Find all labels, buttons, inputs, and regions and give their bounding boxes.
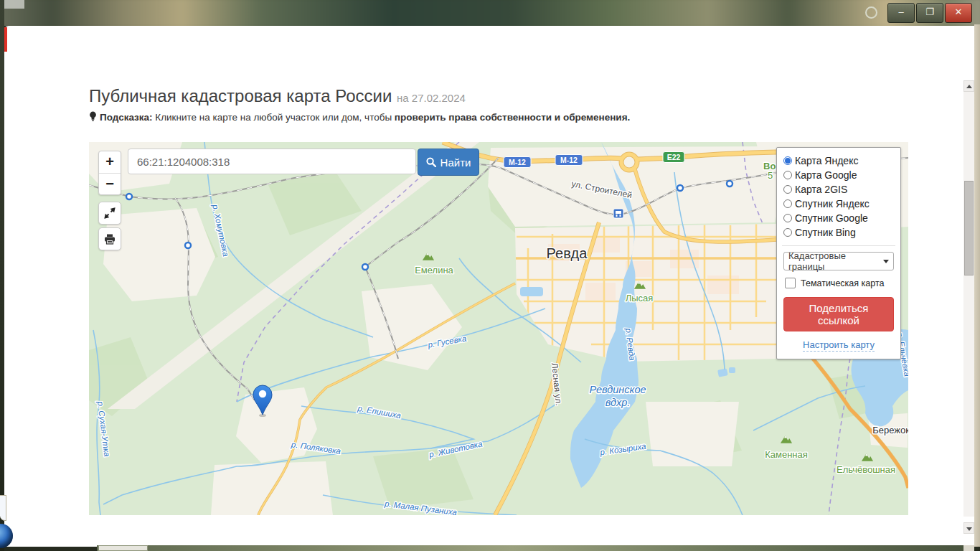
zoom-control: + −	[98, 151, 121, 195]
zoom-out-button[interactable]: −	[99, 174, 121, 195]
layer-radio-label: Карта Яндекс	[795, 155, 858, 166]
vertical-scroll-track[interactable]	[963, 92, 974, 517]
search-button-label: Найти	[440, 156, 471, 169]
window-maximize-button[interactable]: ❐	[916, 3, 943, 23]
background-window-fragment	[0, 495, 6, 521]
titlebar-wallpaper	[0, 0, 980, 26]
layer-radio-2[interactable]: Карта 2GIS	[783, 182, 894, 197]
radio-icon[interactable]	[783, 171, 792, 179]
panel-divider	[782, 245, 895, 246]
radio-icon[interactable]	[783, 199, 792, 208]
thematic-label: Тематическая карта	[801, 278, 884, 288]
horizontal-scrollbar[interactable]	[97, 545, 963, 551]
radio-selected-icon[interactable]	[783, 156, 792, 165]
configure-map-link[interactable]: Настроить карту	[783, 339, 894, 350]
red-edge-bar	[4, 27, 7, 52]
layer-radio-0[interactable]: Карта Яндекс	[783, 154, 894, 168]
overlay-select-value: Кадастровые границы	[788, 250, 883, 272]
print-button[interactable]	[98, 227, 121, 250]
map-label: Ревдинское	[589, 384, 646, 395]
zoom-in-button[interactable]: +	[99, 151, 121, 173]
thematic-checkbox[interactable]	[785, 278, 796, 288]
hint-bold-text: проверить права собственности и обремене…	[395, 112, 630, 123]
scrollbar-corner	[963, 545, 974, 551]
configure-map-link-text: Настроить карту	[803, 339, 875, 352]
map-label: Бережок	[872, 425, 908, 435]
search-icon	[426, 157, 436, 167]
chevron-down-icon	[883, 260, 889, 263]
search-input[interactable]	[128, 149, 416, 174]
svg-text:М-12: М-12	[509, 158, 526, 166]
layer-radio-label: Спутник Google	[795, 212, 868, 224]
printer-icon	[104, 234, 116, 245]
window-minimize-button[interactable]: –	[887, 3, 915, 23]
layer-radio-group: Карта ЯндексКарта GoogleКарта 2GISСпутни…	[783, 154, 894, 240]
horizontal-scroll-thumb[interactable]	[98, 545, 148, 551]
scroll-down-button[interactable]	[963, 522, 974, 534]
overlay-select[interactable]: Кадастровые границы	[783, 252, 894, 270]
window-right-frame	[974, 24, 980, 547]
map-label: 5	[768, 170, 773, 181]
page-date: на 27.02.2024	[397, 92, 466, 104]
map-label: Емелина	[415, 265, 453, 276]
titlebar-search-icon	[865, 6, 877, 19]
radio-icon[interactable]	[783, 185, 792, 194]
layer-radio-4[interactable]: Спутник Google	[783, 211, 894, 225]
window-close-button[interactable]: ✕	[945, 3, 972, 23]
page-title: Публичная кадастровая карта России на 27…	[89, 86, 466, 106]
layer-radio-3[interactable]: Спутник Яндекс	[783, 197, 894, 211]
svg-text:Е22: Е22	[667, 153, 681, 161]
map-label: Ревда	[547, 245, 588, 261]
radio-icon[interactable]	[783, 214, 792, 222]
radio-icon[interactable]	[783, 228, 792, 237]
map-label: вдхр.	[606, 397, 631, 408]
road-badge: М-12	[504, 157, 531, 168]
svg-text:М-12: М-12	[560, 156, 578, 164]
map-label: Ельчёвошная	[837, 464, 895, 475]
road-badge: М-12	[555, 155, 583, 166]
road-badge: Е22	[663, 152, 684, 163]
vertical-scroll-thumb[interactable]	[964, 181, 974, 276]
layer-radio-label: Карта Google	[795, 169, 857, 181]
vertical-scrollbar[interactable]	[963, 26, 974, 547]
layer-radio-label: Спутник Яндекс	[795, 198, 870, 209]
scroll-up-button[interactable]	[963, 80, 974, 92]
layer-radio-label: Спутник Bing	[795, 227, 856, 238]
map-label: Лысая	[626, 293, 654, 303]
window-titlebar	[0, 0, 980, 26]
hint-text: Кликните на карте на любой участок или д…	[153, 112, 395, 123]
fullscreen-button[interactable]	[98, 202, 121, 225]
map-label: Каменная	[765, 449, 808, 460]
railway-station-icon	[613, 209, 623, 218]
expand-arrows-icon	[104, 207, 116, 219]
layer-radio-1[interactable]: Карта Google	[783, 168, 894, 182]
layers-panel: Карта ЯндексКарта GoogleКарта 2GISСпутни…	[776, 147, 901, 359]
hint-label: Подсказка:	[100, 112, 153, 123]
thematic-checkbox-row[interactable]: Тематическая карта	[783, 278, 894, 288]
page-title-text: Публичная кадастровая карта России	[89, 86, 392, 105]
layer-radio-5[interactable]: Спутник Bing	[783, 225, 894, 240]
share-link-button[interactable]: Поделиться ссылкой	[783, 297, 894, 331]
search-button[interactable]: Найти	[418, 149, 479, 176]
layer-radio-label: Карта 2GIS	[795, 184, 847, 195]
lightbulb-icon	[89, 111, 97, 124]
hint-line: Подсказка: Кликните на карте на любой уч…	[89, 111, 630, 124]
